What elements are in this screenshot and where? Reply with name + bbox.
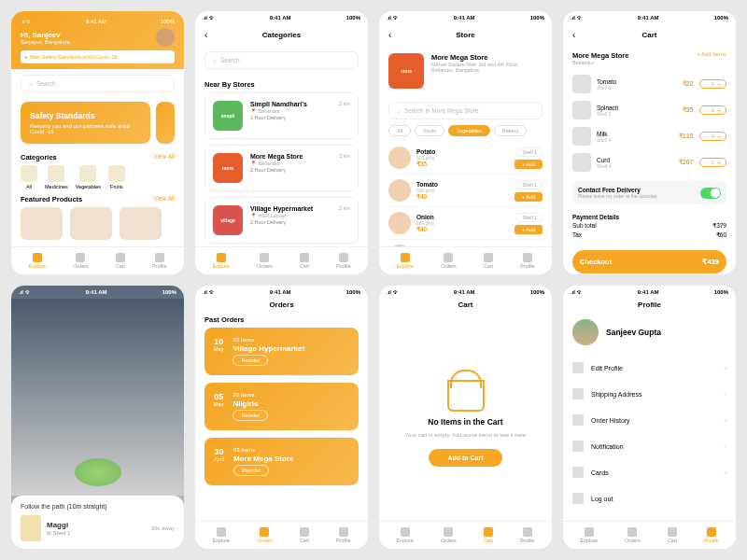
empty-title: No Items in the Cart (428, 417, 502, 427)
add-to-cart-button[interactable]: Add to Cart (429, 449, 501, 467)
product-row[interactable]: Potato500 gms₹35Shelf 1+ Add (388, 142, 543, 175)
store-card[interactable]: moreMore Mega Store📍 Bellandur2 Hour Del… (204, 145, 359, 191)
category-list: All Medicines Vegetables Fruits (21, 165, 175, 189)
order-card[interactable]: 30April03 ItemsMore Mega StoreReorder (204, 438, 359, 485)
search-input[interactable]: ⌕Search (204, 51, 359, 69)
nav-orders[interactable]: Orders (257, 527, 273, 543)
nav-profile[interactable]: Profile (704, 527, 719, 543)
screen-orders: .ıl ᯤ9:41 AM100% Orders Past Orders 10Ma… (195, 286, 368, 549)
back-button[interactable]: ‹ (572, 30, 575, 40)
order-card[interactable]: 10May03 ItemsVillage HypermarketReorder (204, 328, 359, 375)
qty-stepper[interactable]: −1+ (699, 105, 727, 115)
filter-pills: All Fruits Vegetables Bakery (379, 125, 552, 136)
avatar[interactable] (156, 28, 175, 47)
nav-explore[interactable]: Explore (212, 253, 230, 269)
reorder-button[interactable]: Reorder (233, 355, 268, 366)
back-button[interactable]: ‹ (204, 30, 207, 40)
screen-profile: .ıl ᯤ9:41 AM100% Profile Sanjeev Gupta E… (563, 286, 736, 549)
store-card[interactable]: villageVillage Hypermarket📍 HSR Layout2 … (204, 197, 359, 244)
search-input[interactable]: ⌕Search in More Mega Store (388, 102, 543, 119)
view-all-link[interactable]: View All (153, 195, 175, 203)
profile-item-edit[interactable]: Edit Profile› (563, 355, 736, 381)
add-items-link[interactable]: + Add Items (697, 51, 726, 65)
category-item[interactable]: All (21, 165, 37, 189)
user-icon (572, 362, 584, 373)
chevron-right-icon: › (724, 364, 726, 372)
avatar[interactable] (572, 319, 599, 345)
safety-card[interactable]: Safety StandardsKeeping you and our part… (21, 102, 150, 144)
featured-product[interactable] (70, 207, 112, 240)
nav-cart[interactable]: Cart (484, 253, 493, 269)
nav-cart[interactable]: Cart (668, 527, 677, 543)
add-button[interactable]: + Add (514, 160, 543, 169)
store-header: more More Mega Store Marvel Square Mall,… (379, 46, 552, 96)
nav-orders[interactable]: Orders (625, 527, 641, 543)
pill-fruits[interactable]: Fruits (415, 125, 444, 136)
page-title: Categories (262, 31, 301, 39)
nav-profile[interactable]: Profile (520, 253, 535, 269)
qty-stepper[interactable]: −4+ (699, 132, 727, 141)
qty-stepper[interactable]: −2+ (699, 158, 727, 167)
nav-profile[interactable]: Profile (336, 253, 351, 269)
nav-orders[interactable]: Orders (441, 527, 457, 543)
view-all-link[interactable]: View All (153, 153, 175, 161)
nav-profile[interactable]: Profile (520, 527, 535, 543)
profile-item-shipping[interactable]: Shipping Address› (563, 381, 736, 407)
profile-item-cards[interactable]: Cards› (563, 459, 736, 485)
nav-explore[interactable]: Explore (580, 527, 598, 543)
nav-cart[interactable]: Cart (300, 253, 309, 269)
nav-explore[interactable]: Explore (212, 527, 230, 543)
order-card[interactable]: 05May20 ItemsNilgirisReorder (204, 383, 359, 430)
pill-bakery[interactable]: Bakery (494, 125, 527, 136)
product-image (388, 212, 411, 234)
home-header: .ıl ᯤ9:41 AM100% Hi, SanjeevSarjapur, Ba… (11, 11, 184, 69)
profile-item-notification[interactable]: Notification› (563, 433, 736, 459)
add-button[interactable]: + Add (514, 225, 543, 234)
add-button[interactable]: + Add (514, 192, 543, 202)
location[interactable]: Sarjapur, Bangalore (21, 39, 70, 45)
product-row[interactable]: Spinach (388, 240, 543, 246)
qty-stepper[interactable]: −1+ (699, 79, 727, 89)
pill-vegetables[interactable]: Vegetables (448, 125, 490, 136)
nav-cart[interactable]: Cart (300, 527, 309, 543)
nav-orders[interactable]: Orders (441, 253, 457, 269)
safety-banner[interactable]: ●Best Safety Standards amid Covid -19 (21, 50, 175, 63)
product-row[interactable]: Onion250 gms₹40Shelf 1+ Add (388, 207, 543, 240)
category-item[interactable]: Vegetables (76, 165, 101, 189)
empty-state: No Items in the Cart Your cart is empty.… (379, 310, 552, 521)
toggle-switch[interactable] (700, 188, 721, 199)
featured-product[interactable] (21, 207, 63, 240)
featured-product[interactable] (120, 207, 162, 240)
safety-card-2[interactable] (156, 102, 175, 144)
nav-explore[interactable]: Explore (396, 253, 414, 269)
chevron-right-icon: › (724, 390, 726, 399)
nav-explore[interactable]: Explore (28, 253, 46, 269)
nav-cart[interactable]: Cart (116, 253, 125, 269)
profile-item-logout[interactable]: Log out (563, 485, 736, 511)
page-title: Cart (458, 301, 472, 309)
ar-bottom-card: Follow the path (10m straight) Maggi⊞ Sh… (11, 496, 184, 549)
reorder-button[interactable]: Reorder (233, 410, 268, 421)
profile-name: Sanjeev Gupta (606, 328, 661, 337)
nav-orders[interactable]: Orders (257, 253, 273, 269)
category-item[interactable]: Medicines (45, 165, 68, 189)
nav-cart[interactable]: Cart (484, 527, 493, 543)
category-item[interactable]: Fruits (108, 165, 125, 189)
bottom-nav: Explore Orders Cart Profile (11, 246, 184, 274)
profile-item-history[interactable]: Order History› (563, 407, 736, 433)
store-card[interactable]: simpliSimpli Namdhari's📍 Bellandur1 Hour… (204, 92, 359, 139)
nav-profile[interactable]: Profile (152, 253, 167, 269)
search-input[interactable]: ⌕Search (21, 75, 175, 92)
back-button[interactable]: ‹ (388, 30, 391, 40)
shelf-icon: ⊞ (47, 530, 51, 536)
checkout-button[interactable]: Checkout₹439 (572, 250, 726, 273)
shelf-badge: Shelf 1 (516, 147, 543, 157)
nav-explore[interactable]: Explore (396, 527, 414, 543)
pill-all[interactable]: All (388, 125, 411, 136)
nav-profile[interactable]: Profile (336, 527, 351, 543)
reorder-button[interactable]: Reorder (233, 465, 269, 476)
product-row[interactable]: Tomato500 gms₹40Shelf 1+ Add (388, 175, 543, 207)
nav-orders[interactable]: Orders (73, 253, 89, 269)
store-logo: more (213, 153, 243, 183)
page-title: Profile (638, 301, 661, 309)
